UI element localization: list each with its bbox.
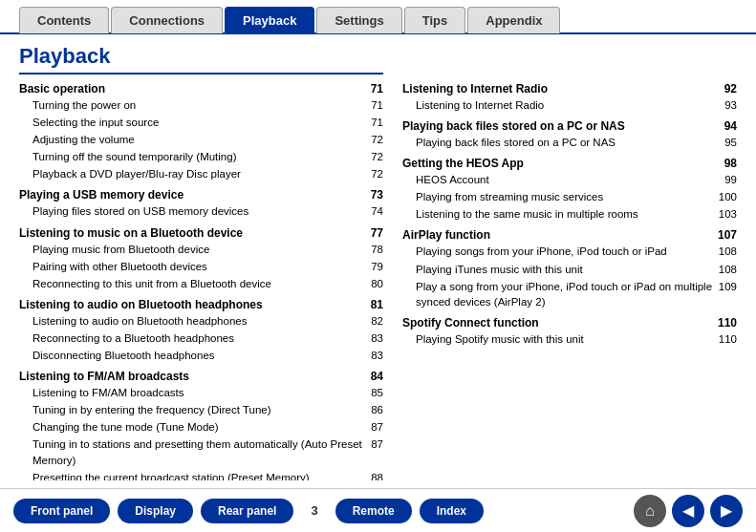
item-label: Listening to FM/AM broadcasts bbox=[32, 385, 371, 400]
item-label: Listening to the same music in multiple … bbox=[416, 206, 719, 222]
section-label: Listening to FM/AM broadcasts bbox=[19, 370, 371, 383]
item-page: 71 bbox=[371, 97, 383, 113]
toc-item[interactable]: Tuning in to stations and presetting the… bbox=[19, 436, 383, 468]
section-label: Getting the HEOS App bbox=[402, 157, 724, 170]
toc-item[interactable]: Playing back files stored on a PC or NAS… bbox=[402, 134, 737, 151]
right-column: Listening to Internet Radio92Listening t… bbox=[402, 44, 737, 480]
bottom-bar-right: ⌂ ◀ ▶ bbox=[634, 495, 743, 527]
item-label: Disconnecting Bluetooth headphones bbox=[32, 348, 371, 363]
item-label: Playing from streaming music services bbox=[416, 189, 719, 204]
bottom-bar: Front panel Display Rear panel 3 Remote … bbox=[0, 488, 756, 532]
toc-item[interactable]: Play a song from your iPhone, iPod touch… bbox=[402, 278, 737, 310]
tab-contents[interactable]: Contents bbox=[19, 7, 109, 33]
item-label: HEOS Account bbox=[416, 172, 724, 187]
tab-bar: Contents Connections Playback Settings T… bbox=[0, 0, 756, 34]
section-label: Spotify Connect function bbox=[402, 316, 718, 330]
rear-panel-btn[interactable]: Rear panel bbox=[201, 499, 293, 523]
toc-section-header: AirPlay function107 bbox=[402, 228, 737, 242]
section-label: Listening to audio on Bluetooth headphon… bbox=[19, 298, 371, 311]
item-page: 108 bbox=[719, 262, 737, 277]
item-page: 87 bbox=[371, 436, 383, 467]
home-icon-btn[interactable]: ⌂ bbox=[634, 495, 666, 527]
item-label: Playing iTunes music with this unit bbox=[416, 262, 719, 277]
item-page: 79 bbox=[371, 259, 383, 274]
item-label: Reconnecting to this unit from a Bluetoo… bbox=[32, 276, 371, 291]
toc-section-header: Playing back files stored on a PC or NAS… bbox=[402, 119, 737, 133]
item-label: Adjusting the volume bbox=[32, 132, 371, 147]
toc-item[interactable]: Reconnecting to a Bluetooth headphones83 bbox=[19, 330, 383, 347]
item-page: 85 bbox=[371, 385, 383, 400]
item-page: 78 bbox=[371, 242, 383, 257]
main-content: Playback Basic operation71Turning the po… bbox=[0, 34, 756, 488]
toc-section-header: Listening to audio on Bluetooth headphon… bbox=[19, 298, 383, 311]
toc-item[interactable]: Listening to Internet Radio93 bbox=[402, 96, 737, 114]
item-page: 86 bbox=[371, 402, 383, 417]
tab-tips[interactable]: Tips bbox=[404, 7, 466, 33]
item-page: 110 bbox=[719, 331, 737, 347]
toc-item[interactable]: Playing files stored on USB memory devic… bbox=[19, 202, 383, 220]
toc-item[interactable]: Listening to FM/AM broadcasts85 bbox=[19, 384, 383, 401]
toc-item[interactable]: Presetting the current broadcast station… bbox=[19, 469, 383, 480]
toc-item[interactable]: Selecting the input source71 bbox=[19, 114, 383, 131]
item-label: Turning off the sound temporarily (Mutin… bbox=[32, 149, 371, 164]
item-page: 88 bbox=[371, 470, 383, 480]
section-page: 71 bbox=[371, 82, 383, 96]
toc-item[interactable]: Reconnecting to this unit from a Bluetoo… bbox=[19, 275, 383, 292]
toc-item[interactable]: Turning off the sound temporarily (Mutin… bbox=[19, 148, 383, 165]
item-label: Changing the tune mode (Tune Mode) bbox=[32, 419, 371, 435]
toc-item[interactable]: Disconnecting Bluetooth headphones83 bbox=[19, 347, 383, 364]
toc-item[interactable]: Playing songs from your iPhone, iPod tou… bbox=[402, 243, 737, 260]
toc-item[interactable]: Tuning in by entering the frequency (Dir… bbox=[19, 401, 383, 418]
item-page: 72 bbox=[371, 166, 383, 181]
item-page: 99 bbox=[724, 172, 737, 187]
toc-item[interactable]: Playing music from Bluetooth device78 bbox=[19, 241, 383, 258]
section-label: Playing a USB memory device bbox=[19, 188, 371, 202]
page-title: Playback bbox=[19, 44, 383, 74]
item-page: 103 bbox=[719, 206, 737, 222]
item-page: 95 bbox=[724, 135, 737, 150]
toc-item[interactable]: Listening to audio on Bluetooth headphon… bbox=[19, 312, 383, 330]
tab-connections[interactable]: Connections bbox=[111, 7, 223, 33]
toc-item[interactable]: Playing Spotify music with this unit110 bbox=[402, 330, 737, 348]
section-page: 84 bbox=[371, 370, 383, 383]
item-label: Play a song from your iPhone, iPod touch… bbox=[416, 279, 719, 309]
toc-item[interactable]: Playback a DVD player/Blu-ray Disc playe… bbox=[19, 165, 383, 182]
section-page: 73 bbox=[371, 188, 383, 202]
forward-icon-btn[interactable]: ▶ bbox=[710, 495, 743, 527]
section-page: 110 bbox=[718, 316, 737, 330]
toc-item[interactable]: Listening to the same music in multiple … bbox=[402, 205, 737, 223]
toc-item[interactable]: Adjusting the volume72 bbox=[19, 131, 383, 148]
item-label: Listening to audio on Bluetooth headphon… bbox=[32, 313, 371, 329]
item-page: 80 bbox=[371, 276, 383, 291]
toc-section-header: Playing a USB memory device73 bbox=[19, 188, 383, 202]
tab-settings[interactable]: Settings bbox=[316, 7, 401, 33]
tab-playback[interactable]: Playback bbox=[225, 7, 314, 33]
toc-item[interactable]: Playing from streaming music services100 bbox=[402, 188, 737, 205]
tab-appendix[interactable]: Appendix bbox=[467, 7, 560, 33]
item-page: 74 bbox=[371, 203, 383, 219]
display-btn[interactable]: Display bbox=[118, 499, 193, 523]
toc-item[interactable]: Changing the tune mode (Tune Mode)87 bbox=[19, 418, 383, 436]
left-column: Playback Basic operation71Turning the po… bbox=[19, 44, 383, 480]
item-page: 83 bbox=[371, 348, 383, 363]
section-label: Listening to Internet Radio bbox=[402, 82, 724, 96]
section-page: 92 bbox=[724, 82, 737, 96]
remote-btn[interactable]: Remote bbox=[335, 499, 412, 523]
toc-section-header: Listening to music on a Bluetooth device… bbox=[19, 226, 383, 240]
item-label: Presetting the current broadcast station… bbox=[32, 470, 371, 480]
toc-item[interactable]: Turning the power on71 bbox=[19, 96, 383, 114]
back-icon-btn[interactable]: ◀ bbox=[672, 495, 704, 527]
toc-item[interactable]: Pairing with other Bluetooth devices79 bbox=[19, 258, 383, 275]
toc-section-header: Spotify Connect function110 bbox=[402, 316, 737, 330]
section-page: 81 bbox=[371, 298, 383, 311]
toc-item[interactable]: Playing iTunes music with this unit108 bbox=[402, 261, 737, 278]
index-btn[interactable]: Index bbox=[420, 499, 484, 523]
section-label: Playing back files stored on a PC or NAS bbox=[402, 119, 724, 133]
item-page: 87 bbox=[371, 419, 383, 435]
item-label: Playing files stored on USB memory devic… bbox=[32, 203, 371, 219]
item-label: Playing songs from your iPhone, iPod tou… bbox=[416, 244, 719, 259]
front-panel-btn[interactable]: Front panel bbox=[13, 499, 110, 523]
item-label: Playback a DVD player/Blu-ray Disc playe… bbox=[32, 166, 371, 181]
section-page: 98 bbox=[724, 157, 737, 170]
toc-item[interactable]: HEOS Account99 bbox=[402, 171, 737, 188]
